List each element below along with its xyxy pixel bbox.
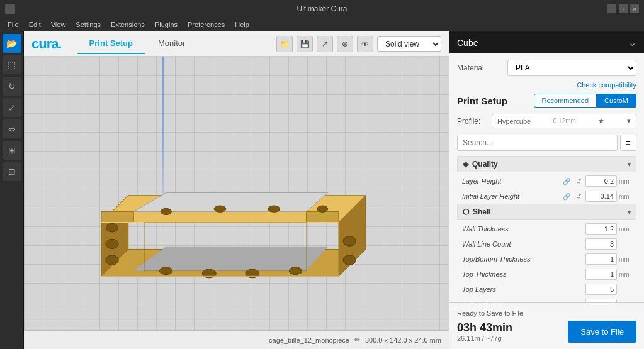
send-icon[interactable]: ↗ — [317, 36, 333, 52]
top-layers-input[interactable] — [585, 284, 617, 295]
open-folder-icon[interactable]: 📁 — [276, 36, 293, 52]
profile-label: Profile: — [457, 117, 492, 126]
wall-thickness-unit: mm — [619, 226, 631, 233]
quality-section-header[interactable]: ◈ Quality ▾ — [457, 156, 636, 172]
minimize-button[interactable]: ─ — [607, 4, 616, 13]
app-logo: cura. — [31, 36, 62, 52]
profile-row: Profile: Hypercube 0.12mm ★ ▾ — [457, 114, 636, 128]
menu-preferences[interactable]: Preferences — [183, 19, 230, 30]
top-bottom-thickness-controls: mm — [585, 253, 631, 265]
svg-point-17 — [161, 208, 171, 214]
wall-thickness-row: Wall Thickness mm — [457, 221, 636, 236]
viewport-footer: cage_bille_12_monopiece ✏ 300.0 x 142.0 … — [24, 330, 449, 349]
ready-text: Ready to Save to File — [457, 309, 636, 317]
tab-monitor[interactable]: Monitor — [145, 33, 198, 54]
svg-marker-6 — [307, 211, 339, 222]
print-setup-header: Print Setup Recommended CustoM — [457, 94, 636, 108]
search-menu-button[interactable]: ≡ — [620, 135, 636, 151]
tool-scale[interactable]: ⤢ — [3, 98, 21, 117]
material-row: Material PLA ABS PETG — [457, 60, 636, 76]
close-button[interactable]: ✕ — [630, 4, 639, 13]
top-thickness-label: Top Thickness — [462, 270, 585, 278]
layer-height-input[interactable] — [585, 175, 617, 187]
top-thickness-input[interactable] — [585, 269, 617, 280]
viewport-header: cura. Print Setup Monitor 📁 💾 ↗ ⊕ 👁 Soli… — [24, 31, 449, 57]
panel-header: Cube ⌄ — [449, 31, 644, 53]
wall-line-count-input[interactable] — [585, 238, 617, 250]
file-name-label: cage_bille_12_monopiece — [269, 336, 349, 344]
layer-height-reset-button[interactable]: ↺ — [573, 176, 584, 186]
viewport-3d[interactable]: cage_bille_12_monopiece ✏ 300.0 x 142.0 … — [24, 57, 449, 349]
custom-button[interactable]: CustoM — [597, 94, 636, 108]
tool-mirror[interactable]: ⇔ — [3, 119, 21, 138]
shell-settings: Wall Thickness mm Wall Line Count Top/Bo… — [457, 221, 636, 302]
tool-select[interactable]: ⬚ — [3, 55, 21, 74]
panel-footer: Ready to Save to File 03h 43min 26.11m /… — [449, 302, 644, 349]
layer-height-unit: mm — [619, 178, 631, 185]
bottom-thickness-row: Bottom Thickness mm — [457, 297, 636, 302]
tab-prepare[interactable]: Print Setup — [77, 33, 145, 54]
check-compat-link[interactable]: Check compatibility — [457, 81, 636, 89]
wall-thickness-input[interactable] — [585, 223, 617, 235]
shell-section-header[interactable]: ⬡ Shell ▾ — [457, 204, 636, 220]
shell-icon: ⬡ — [463, 208, 469, 216]
profile-value: Hypercube — [497, 118, 531, 125]
menu-settings[interactable]: Settings — [71, 19, 106, 30]
quality-settings: Layer Height 🔗 ↺ mm Initial Layer Height… — [457, 174, 636, 204]
profile-detail: 0.12mm — [553, 118, 576, 125]
top-layers-controls — [585, 284, 631, 295]
dimensions-label: 300.0 x 142.0 x 24.0 mm — [365, 336, 441, 344]
layer-height-link-button[interactable]: 🔗 — [562, 176, 572, 186]
menu-extensions[interactable]: Extensions — [106, 19, 150, 30]
profile-select-display[interactable]: Hypercube 0.12mm ★ ▾ — [492, 114, 636, 128]
initial-layer-height-reset-button[interactable]: ↺ — [573, 191, 584, 201]
preview-icon[interactable]: 👁 — [357, 36, 373, 52]
titlebar: Ultimaker Cura ─ + ✕ — [0, 0, 644, 18]
save-to-file-button[interactable]: Save to File — [568, 321, 636, 343]
mode-buttons: Recommended CustoM — [534, 94, 637, 108]
svg-point-20 — [317, 206, 328, 212]
layer-height-row: Layer Height 🔗 ↺ mm — [457, 174, 636, 189]
tool-support[interactable]: ⊞ — [3, 141, 21, 160]
recommended-button[interactable]: Recommended — [534, 94, 597, 108]
panel-title: Cube — [457, 38, 478, 48]
profile-star-icon: ★ — [598, 117, 604, 125]
menu-help[interactable]: Help — [230, 19, 254, 30]
maximize-button[interactable]: + — [619, 4, 628, 13]
top-thickness-unit: mm — [619, 271, 631, 278]
svg-marker-7 — [133, 247, 328, 271]
save-icon[interactable]: 💾 — [297, 36, 313, 52]
top-bottom-thickness-label: Top/Bottom Thickness — [462, 255, 585, 263]
wall-line-count-controls — [585, 238, 631, 250]
tool-permodel[interactable]: ⊟ — [3, 162, 21, 181]
wall-thickness-controls: mm — [585, 223, 631, 235]
slice-icon[interactable]: ⊕ — [337, 36, 353, 52]
3d-object-svg — [43, 104, 408, 330]
menu-view[interactable]: View — [46, 19, 71, 30]
search-input[interactable] — [457, 135, 618, 151]
menu-file[interactable]: File — [3, 19, 24, 30]
initial-layer-height-controls: 🔗 ↺ mm — [562, 191, 631, 202]
titlebar-controls: ─ + ✕ — [607, 4, 639, 13]
svg-point-12 — [202, 269, 216, 278]
initial-layer-height-input[interactable] — [585, 191, 617, 202]
viewport: cura. Print Setup Monitor 📁 💾 ↗ ⊕ 👁 Soli… — [24, 31, 449, 349]
tool-rotate[interactable]: ↻ — [3, 77, 21, 96]
material-select[interactable]: PLA ABS PETG — [507, 60, 636, 76]
top-bottom-thickness-input[interactable] — [585, 253, 617, 265]
panel-collapse-button[interactable]: ⌄ — [628, 36, 636, 48]
svg-point-10 — [106, 223, 118, 232]
menu-plugins[interactable]: Plugins — [150, 19, 183, 30]
shell-chevron-icon: ▾ — [628, 209, 631, 216]
print-detail: 26.11m / ~77g — [457, 335, 512, 342]
layer-height-label: Layer Height — [462, 177, 562, 185]
svg-point-8 — [106, 255, 119, 265]
shell-section-title: ⬡ Shell — [463, 208, 491, 216]
open-file-button[interactable]: 📂 — [3, 34, 21, 53]
main-layout: 📂 ⬚ ↻ ⤢ ⇔ ⊞ ⊟ cura. Print Setup Monitor … — [0, 31, 644, 349]
svg-marker-5 — [101, 211, 133, 222]
initial-layer-height-link-button[interactable]: 🔗 — [562, 191, 572, 201]
menu-edit[interactable]: Edit — [24, 19, 46, 30]
material-label: Material — [457, 64, 507, 72]
view-mode-select[interactable]: Solid view X-Ray view Layers view — [377, 36, 441, 52]
